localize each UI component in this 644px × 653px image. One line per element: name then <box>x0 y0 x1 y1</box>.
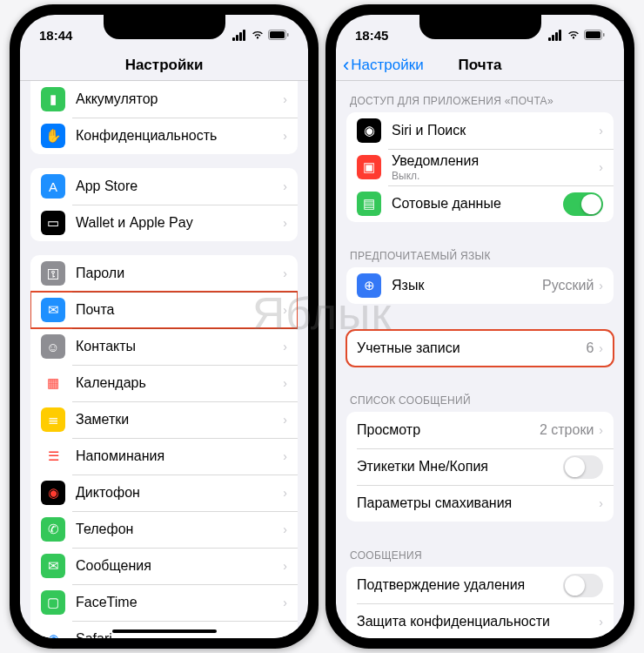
battery-icon: ▮ <box>41 87 65 111</box>
settings-row[interactable]: ≣Заметки› <box>30 401 298 438</box>
settings-row[interactable]: AApp Store› <box>30 168 298 205</box>
settings-row[interactable]: ⚿Пароли› <box>30 255 298 292</box>
messages-icon: ✉ <box>41 554 65 578</box>
wifi-icon <box>567 28 580 43</box>
chevron-right-icon: › <box>283 486 287 500</box>
cellular-signal-icon <box>232 30 247 41</box>
chevron-right-icon: › <box>283 92 287 106</box>
row-label: Siri и Поиск <box>392 123 599 138</box>
section-header: ПРЕДПОЧИТАЕМЫЙ ЯЗЫК <box>336 236 624 267</box>
back-label: Настройки <box>351 57 423 74</box>
row-label: Подтверждение удаления <box>357 577 563 593</box>
settings-row[interactable]: Просмотр2 строки› <box>346 412 614 448</box>
settings-group: Просмотр2 строки›Этикетки Мне/КопияПарам… <box>346 412 614 522</box>
settings-row[interactable]: ▣УведомленияВыкл.› <box>346 149 614 185</box>
settings-row[interactable]: Подтверждение удаления <box>346 567 614 603</box>
chevron-right-icon: › <box>283 376 287 390</box>
contacts-icon: ☺ <box>41 334 65 359</box>
phone-left: 18:44 Настройки ▮Аккумулятор›✋Конфиденци… <box>10 4 319 649</box>
chevron-right-icon: › <box>283 596 287 609</box>
battery-icon <box>584 28 605 43</box>
settings-row[interactable]: ☺Контакты› <box>30 328 298 365</box>
row-label: Контакты <box>76 339 283 354</box>
settings-row[interactable]: ▮Аккумулятор› <box>30 81 298 118</box>
section-header: ДОСТУП ДЛЯ ПРИЛОЖЕНИЯ «ПОЧТА» <box>336 81 624 112</box>
home-indicator[interactable] <box>112 629 217 633</box>
chevron-right-icon: › <box>599 496 603 510</box>
settings-list[interactable]: ▮Аккумулятор›✋Конфиденциальность›AApp St… <box>20 81 308 638</box>
chevron-right-icon: › <box>283 216 287 230</box>
back-button[interactable]: ‹ Настройки <box>343 54 424 77</box>
row-value: 2 строки <box>540 422 594 438</box>
nav-title: Почта <box>459 57 502 74</box>
row-label: Напоминания <box>76 448 283 464</box>
row-sublabel: Выкл. <box>392 170 599 182</box>
chevron-right-icon: › <box>283 179 287 193</box>
row-label: Этикетки Мне/Копия <box>357 459 563 475</box>
facetime-icon: ▢ <box>41 590 65 615</box>
settings-row[interactable]: Параметры смахивания› <box>346 485 614 522</box>
row-label: Уведомления <box>392 153 599 169</box>
row-label: Сотовые данные <box>392 196 563 212</box>
row-label: Параметры смахивания <box>357 495 599 511</box>
settings-row[interactable]: ✉Сообщения› <box>30 548 298 584</box>
appstore-icon: A <box>41 174 65 199</box>
settings-group: ⊕ЯзыкРусский› <box>346 267 614 304</box>
settings-row[interactable]: ✉Почта› <box>30 292 298 328</box>
reminders-icon: ☰ <box>41 444 65 468</box>
notch <box>104 15 225 39</box>
row-label: Учетные записи <box>357 340 586 356</box>
settings-group: ⚿Пароли›✉Почта›☺Контакты›▦Календарь›≣Зам… <box>30 255 298 638</box>
cellular-signal-icon <box>548 30 563 41</box>
settings-row[interactable]: ◉Диктофон› <box>30 475 298 511</box>
battery-icon <box>268 28 289 43</box>
row-label: Просмотр <box>357 422 540 438</box>
row-label: Телефон <box>76 522 283 537</box>
wallet-icon: ▭ <box>41 211 65 235</box>
settings-group: ▮Аккумулятор›✋Конфиденциальность› <box>30 81 298 154</box>
settings-row[interactable]: ✆Телефон› <box>30 511 298 548</box>
settings-row[interactable]: Защита конфиденциальности› <box>346 603 614 638</box>
toggle-switch[interactable] <box>563 455 603 479</box>
settings-row[interactable]: Учетные записи6› <box>346 330 614 367</box>
chevron-right-icon: › <box>599 341 603 355</box>
siri-icon: ◉ <box>357 118 381 143</box>
key-icon: ⚿ <box>41 261 65 286</box>
row-label: Диктофон <box>76 485 283 501</box>
mail-icon: ✉ <box>41 298 65 322</box>
toggle-switch[interactable] <box>563 192 603 216</box>
row-label: Пароли <box>76 266 283 281</box>
settings-row[interactable]: ⊕ЯзыкРусский› <box>346 267 614 304</box>
settings-row[interactable]: ◉Siri и Поиск› <box>346 112 614 149</box>
settings-row[interactable]: ▦Календарь› <box>30 365 298 401</box>
chevron-right-icon: › <box>283 559 287 573</box>
wifi-icon <box>251 28 265 43</box>
settings-group: Учетные записи6› <box>346 330 614 367</box>
phone-right: 18:45 ‹ Настройки Почта ДОСТУП ДЛЯ ПРИЛО… <box>325 4 634 649</box>
settings-row[interactable]: ▭Wallet и Apple Pay› <box>30 205 298 241</box>
settings-row[interactable]: ▢FaceTime› <box>30 584 298 621</box>
row-label: Wallet и Apple Pay <box>76 215 283 231</box>
settings-row[interactable]: ▤Сотовые данные <box>346 185 614 222</box>
nav-bar: ‹ Настройки Почта <box>336 50 624 81</box>
phone-icon: ✆ <box>41 517 65 542</box>
row-label: FaceTime <box>76 595 283 610</box>
settings-row[interactable]: ✋Конфиденциальность› <box>30 118 298 154</box>
row-label: Защита конфиденциальности <box>357 614 599 629</box>
notch <box>419 15 541 39</box>
settings-row[interactable]: ☰Напоминания› <box>30 438 298 475</box>
toggle-switch[interactable] <box>563 574 603 597</box>
nav-bar: Настройки <box>20 50 308 81</box>
chevron-right-icon: › <box>283 129 287 143</box>
settings-row[interactable]: Этикетки Мне/Копия <box>346 448 614 485</box>
mail-settings-list[interactable]: ДОСТУП ДЛЯ ПРИЛОЖЕНИЯ «ПОЧТА»◉Siri и Пои… <box>336 81 624 638</box>
nav-title: Настройки <box>125 57 204 74</box>
row-label: Заметки <box>76 412 283 427</box>
chevron-right-icon: › <box>599 160 603 174</box>
notes-icon: ≣ <box>41 407 65 432</box>
row-label: Календарь <box>76 375 283 391</box>
row-label: App Store <box>76 178 283 194</box>
chevron-right-icon: › <box>283 340 287 353</box>
chevron-right-icon: › <box>283 413 287 427</box>
chevron-right-icon: › <box>283 522 287 536</box>
